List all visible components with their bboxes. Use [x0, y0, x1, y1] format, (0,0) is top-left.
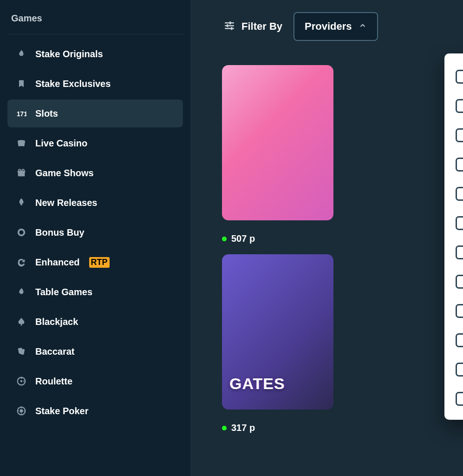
- game-tile[interactable]: [222, 65, 333, 220]
- provider-checkbox[interactable]: [456, 275, 463, 289]
- sidebar-item-roulette[interactable]: Roulette: [7, 367, 183, 395]
- svg-rect-18: [21, 407, 22, 409]
- flame-icon: [16, 286, 27, 298]
- sidebar-item-stake-exclusives[interactable]: Stake Exclusives: [7, 70, 183, 98]
- filter-row: Filter By Providers: [190, 8, 463, 41]
- players-count: 507 p: [222, 231, 333, 244]
- players-count: 317 p: [222, 420, 333, 433]
- svg-rect-20: [17, 410, 19, 411]
- provider-option[interactable]: Booming Games83: [444, 238, 463, 267]
- sidebar-item-bonus-buy[interactable]: Bonus Buy: [7, 218, 183, 246]
- game-tile[interactable]: GATES: [222, 254, 333, 410]
- svg-rect-2: [20, 140, 25, 146]
- svg-rect-23: [225, 25, 234, 26]
- bookmark-icon: [16, 78, 27, 89]
- provider-checkbox[interactable]: [456, 99, 463, 113]
- providers-dropdown: AvatarUX35Backseat Gaming10Belatra83BGam…: [444, 53, 463, 420]
- provider-option[interactable]: BGaming120: [444, 150, 463, 179]
- sidebar-item-blackjack[interactable]: Blackjack: [7, 308, 183, 336]
- sidebar-item-label: Game Shows: [35, 168, 94, 178]
- sidebar-item-label: Enhanced: [35, 257, 80, 268]
- gift-icon: [16, 167, 27, 178]
- svg-rect-27: [231, 27, 233, 30]
- sidebar-title: Games: [7, 8, 183, 34]
- arrow-loop-icon: [16, 257, 27, 268]
- sidebar-item-stake-poker[interactable]: Stake Poker: [7, 397, 183, 425]
- game-tile-title: GATES: [229, 375, 285, 393]
- online-dot-icon: [222, 237, 227, 241]
- svg-point-9: [19, 230, 23, 234]
- svg-text:171: 171: [17, 111, 26, 118]
- sidebar-item-new-releases[interactable]: New Releases: [7, 189, 183, 217]
- provider-option[interactable]: Blueprint60: [444, 208, 463, 238]
- provider-checkbox[interactable]: [456, 245, 463, 259]
- sidebar-item-baccarat[interactable]: Baccarat: [7, 337, 183, 365]
- svg-rect-26: [227, 24, 228, 27]
- flame-icon: [16, 48, 27, 60]
- provider-checkbox[interactable]: [456, 158, 463, 172]
- sidebar-item-slots[interactable]: 171Slots: [7, 99, 183, 127]
- main-content: Filter By Providers 507 p GATES 317 p: [190, 0, 463, 476]
- provider-option[interactable]: Fantasma Games17: [444, 355, 463, 384]
- poker-chip-icon: [16, 405, 27, 416]
- sliders-icon: [224, 20, 235, 33]
- sidebar-item-label: Bonus Buy: [35, 227, 85, 238]
- sidebar-item-label: New Releases: [35, 198, 97, 208]
- provider-checkbox[interactable]: [456, 70, 463, 84]
- provider-option[interactable]: GameArt84: [444, 384, 463, 413]
- svg-rect-19: [21, 414, 22, 416]
- sidebar-item-label: Slots: [35, 108, 58, 119]
- provider-checkbox[interactable]: [456, 333, 463, 347]
- sidebar-item-stake-originals[interactable]: Stake Originals: [7, 40, 183, 68]
- providers-button-label: Providers: [305, 20, 352, 33]
- svg-point-14: [21, 377, 22, 379]
- providers-button[interactable]: Providers: [293, 12, 378, 41]
- provider-option[interactable]: Belatra83: [444, 120, 463, 150]
- online-dot-icon: [222, 426, 227, 430]
- players-count-value: 317 p: [231, 423, 255, 433]
- rocket-icon: [16, 197, 27, 208]
- svg-rect-24: [225, 28, 234, 29]
- sidebar-item-label: Baccarat: [35, 346, 75, 357]
- game-column-left: 507 p GATES 317 p: [222, 65, 333, 433]
- sidebar-item-label: Live Casino: [35, 138, 87, 149]
- svg-point-15: [23, 381, 25, 382]
- svg-point-17: [20, 409, 23, 412]
- game-tiles: 507 p GATES 317 p TE WI MING RA NALS: [222, 65, 463, 433]
- rtp-badge: RTP: [89, 257, 110, 268]
- provider-option[interactable]: Bullshark Games7: [444, 267, 463, 296]
- provider-option[interactable]: Big Time Gaming45: [444, 179, 463, 208]
- provider-option[interactable]: ELK Studios100: [444, 296, 463, 325]
- provider-checkbox[interactable]: [456, 304, 463, 318]
- seven-icon: 171: [16, 108, 27, 119]
- sidebar-item-enhanced[interactable]: EnhancedRTP: [7, 248, 183, 276]
- playing-cards-icon: [16, 346, 27, 357]
- provider-checkbox[interactable]: [456, 128, 463, 142]
- coin-icon: [16, 227, 27, 238]
- provider-option[interactable]: AvatarUX35: [444, 62, 463, 91]
- svg-point-7: [22, 169, 24, 172]
- svg-rect-25: [229, 21, 231, 25]
- provider-checkbox[interactable]: [456, 392, 463, 406]
- sidebar-item-live-casino[interactable]: Live Casino: [7, 129, 183, 157]
- sidebar-item-table-games[interactable]: Table Games: [7, 278, 183, 306]
- provider-option[interactable]: Endorphina156: [444, 325, 463, 355]
- sidebar-item-game-shows[interactable]: Game Shows: [7, 159, 183, 187]
- svg-point-13: [20, 380, 23, 383]
- svg-rect-21: [24, 410, 26, 411]
- chevron-up-icon: [359, 20, 367, 33]
- sidebar: Games Stake OriginalsStake Exclusives171…: [0, 0, 190, 476]
- provider-checkbox[interactable]: [456, 187, 463, 201]
- sidebar-item-label: Stake Exclusives: [35, 79, 111, 89]
- sidebar-item-label: Stake Originals: [35, 49, 103, 60]
- svg-rect-5: [21, 171, 22, 176]
- provider-option[interactable]: Backseat Gaming10: [444, 91, 463, 120]
- spade-icon: [16, 316, 27, 327]
- provider-checkbox[interactable]: [456, 363, 463, 377]
- provider-checkbox[interactable]: [456, 216, 463, 230]
- sidebar-item-label: Table Games: [35, 287, 92, 298]
- sidebar-item-label: Blackjack: [35, 317, 78, 327]
- players-count-value: 507 p: [231, 233, 255, 244]
- cards-icon: [16, 138, 27, 149]
- svg-point-6: [19, 169, 21, 172]
